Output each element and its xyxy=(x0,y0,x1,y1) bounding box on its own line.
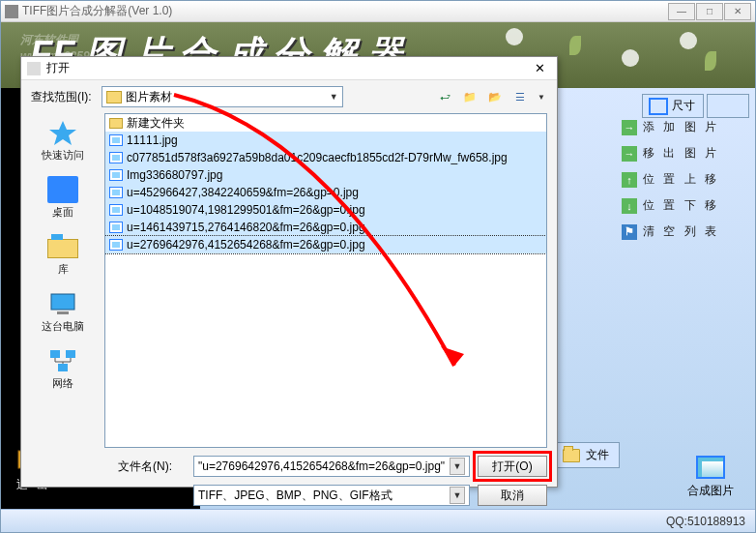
dialog-close-button[interactable]: ✕ xyxy=(528,60,551,77)
filetype-combo[interactable]: TIFF、JPEG、BMP、PNG、GIF格式 ▼ xyxy=(193,485,470,506)
place-network[interactable]: 网络 xyxy=(21,347,104,391)
file-button[interactable]: 文件 xyxy=(552,442,620,468)
move-up-button[interactable]: ↑位 置 上 移 xyxy=(622,171,738,188)
folder-item[interactable]: 新建文件夹 xyxy=(105,114,546,132)
compose-icon xyxy=(696,456,725,479)
dialog-titlebar[interactable]: 打开 ✕ xyxy=(21,57,557,80)
places-bar: 快速访问 桌面 库 这台电脑 网络 xyxy=(21,113,104,448)
file-name: u=1048519074,1981299501&fm=26&gp=0.jpg xyxy=(127,203,365,217)
flag-icon: ⚑ xyxy=(622,224,637,240)
cancel-button[interactable]: 取消 xyxy=(478,485,547,506)
open-button[interactable]: 打开(O) xyxy=(478,456,547,477)
place-this-pc[interactable]: 这台电脑 xyxy=(21,290,104,334)
file-list[interactable]: 新建文件夹11111.jpgc077851d578f3a6927a59b8da0… xyxy=(104,113,547,448)
arrow-down-icon: ↓ xyxy=(622,198,637,214)
file-item[interactable]: Img336680797.jpg xyxy=(105,166,546,184)
place-desktop[interactable]: 桌面 xyxy=(21,176,104,220)
arrow-right-icon: → xyxy=(622,146,637,162)
file-name: u=452966427,3842240659&fm=26&gp=0.jpg xyxy=(127,186,359,199)
file-name: c077851d578f3a6927a59b8da01c209caecfb185… xyxy=(127,151,508,164)
file-name: 11111.jpg xyxy=(127,133,178,147)
lookin-combo[interactable]: 图片素材 ▼ xyxy=(102,86,343,107)
file-item[interactable]: u=452966427,3842240659&fm=26&gp=0.jpg xyxy=(105,184,546,201)
up-folder-icon[interactable]: 📁 xyxy=(462,89,478,104)
star-icon xyxy=(47,119,78,146)
file-name: u=2769642976,4152654268&fm=26&gp=0.jpg xyxy=(127,238,365,252)
svg-marker-2 xyxy=(49,121,76,145)
file-item[interactable]: 11111.jpg xyxy=(105,132,546,149)
svg-rect-3 xyxy=(51,294,74,310)
network-icon xyxy=(47,347,78,374)
lookin-label: 查找范围(I): xyxy=(31,89,92,105)
add-image-button[interactable]: →添 加 图 片 xyxy=(622,119,738,135)
clear-list-button[interactable]: ⚑清 空 列 表 xyxy=(622,223,738,240)
file-item[interactable]: u=1461439715,2764146820&fm=26&gp=0.jpg xyxy=(105,219,546,236)
size-button[interactable]: 尺寸 xyxy=(642,94,704,118)
file-name: 新建文件夹 xyxy=(127,115,185,132)
main-title: TIFF图片合成分解器(Ver 1.0) xyxy=(22,3,172,19)
svg-rect-4 xyxy=(57,311,69,314)
chevron-down-icon[interactable]: ▼ xyxy=(450,487,465,504)
image-icon xyxy=(109,187,123,198)
chevron-down-icon: ▼ xyxy=(330,92,338,102)
folder-icon xyxy=(563,449,580,462)
library-icon xyxy=(47,233,78,260)
folder-icon xyxy=(106,91,122,104)
chevron-down-icon[interactable]: ▼ xyxy=(450,458,465,475)
folder-icon xyxy=(109,118,123,129)
place-library[interactable]: 库 xyxy=(21,233,104,277)
image-icon xyxy=(109,134,123,146)
app-icon xyxy=(5,5,18,18)
image-icon xyxy=(109,222,123,233)
minimize-button[interactable]: — xyxy=(668,3,695,20)
image-icon xyxy=(109,239,123,251)
empty-button[interactable] xyxy=(707,94,749,118)
file-item[interactable]: u=2769642976,4152654268&fm=26&gp=0.jpg xyxy=(105,236,546,253)
computer-icon xyxy=(47,290,78,317)
file-name: u=1461439715,2764146820&fm=26&gp=0.jpg xyxy=(127,221,365,234)
place-quick-access[interactable]: 快速访问 xyxy=(21,119,104,163)
compose-button[interactable]: 合成图片 xyxy=(687,456,734,499)
file-name: Img336680797.jpg xyxy=(127,168,222,182)
new-folder-icon[interactable]: 📂 xyxy=(487,89,503,104)
svg-rect-7 xyxy=(58,364,68,371)
open-dialog: 打开 ✕ 查找范围(I): 图片素材 ▼ ⮐ 📁 📂 ☰ ▼ 快速访问 桌面 xyxy=(20,56,558,488)
dialog-title: 打开 xyxy=(46,60,70,76)
view-icon[interactable]: ☰ xyxy=(512,89,528,104)
arrow-up-icon: ↑ xyxy=(622,172,637,188)
image-icon xyxy=(109,152,123,163)
main-titlebar: TIFF图片合成分解器(Ver 1.0) — □ ✕ xyxy=(1,1,755,22)
move-down-button[interactable]: ↓位 置 下 移 xyxy=(622,197,738,214)
remove-image-button[interactable]: →移 出 图 片 xyxy=(622,145,738,162)
svg-rect-5 xyxy=(50,350,60,358)
dialog-icon xyxy=(27,62,41,75)
status-text: QQ:510188913 xyxy=(666,515,745,528)
side-actions: →添 加 图 片 →移 出 图 片 ↑位 置 上 移 ↓位 置 下 移 ⚑清 空… xyxy=(622,119,738,250)
lookin-value: 图片素材 xyxy=(126,89,172,105)
filetype-value: TIFF、JPEG、BMP、PNG、GIF格式 xyxy=(198,488,393,504)
filename-input[interactable]: "u=2769642976,4152654268&fm=26&gp=0.jpg"… xyxy=(193,456,470,477)
maximize-button[interactable]: □ xyxy=(696,3,723,20)
image-icon xyxy=(109,204,123,216)
filetype-label: 文件类型(T): xyxy=(118,488,186,504)
desktop-icon xyxy=(47,176,78,203)
filename-value: "u=2769642976,4152654268&fm=26&gp=0.jpg" xyxy=(198,459,445,473)
filename-label: 文件名(N): xyxy=(118,459,186,475)
svg-rect-6 xyxy=(66,350,75,358)
file-item[interactable]: c077851d578f3a6927a59b8da01c209caecfb185… xyxy=(105,149,546,166)
file-item[interactable]: u=1048519074,1981299501&fm=26&gp=0.jpg xyxy=(105,201,546,219)
close-button[interactable]: ✕ xyxy=(724,3,751,20)
svg-rect-1 xyxy=(27,62,41,75)
back-icon[interactable]: ⮐ xyxy=(437,89,452,104)
arrow-right-icon: → xyxy=(622,120,637,135)
image-icon xyxy=(109,169,123,181)
view-drop-icon[interactable]: ▼ xyxy=(538,93,547,102)
